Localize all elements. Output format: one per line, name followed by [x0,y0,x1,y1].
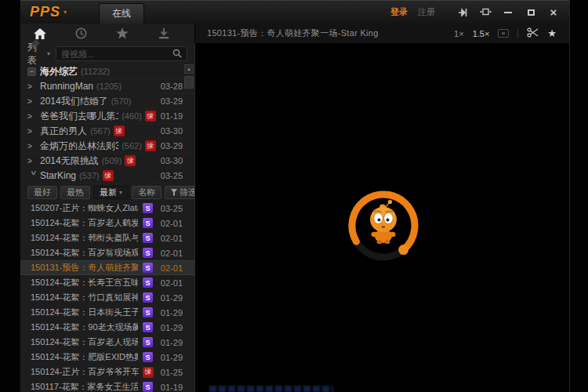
loading-spinner [344,187,423,265]
caret-down-icon: ▾ [119,189,122,196]
list-dropdown[interactable]: 列表 ▾ [27,41,50,67]
video-row-selected[interactable]: 150131-预告：奇人萌娃齐聚一... S 02-01 [20,260,194,275]
fit-screen-icon[interactable] [498,29,509,38]
scroll-up-button[interactable]: ▲ [184,64,194,74]
list-caret-icon: ▾ [47,50,50,57]
collapse-minus-icon[interactable]: − [27,67,36,76]
register-link[interactable]: 注册 [418,6,435,18]
now-playing-title: 150131-预告：奇人萌娃齐聚一场-Star King [207,27,379,39]
category-row[interactable]: > 2014我们结婚了 (570) 03-29 [20,94,194,109]
video-row[interactable]: 150124-花絮：百岁翁现场观相... S 02-01 [20,245,194,260]
zoom-1x-button[interactable]: 1× [454,29,464,38]
exclusive-badge: 缘 [143,367,154,378]
quality-s-badge: S [143,337,153,347]
category-row[interactable]: > 金炳万的丛林法则3 (562) 缘 03-29 [20,139,194,154]
video-row[interactable]: 150117-花絮：家务女王生活妙... S 01-19 [20,379,194,392]
pps-mascot [370,200,397,244]
category-row[interactable]: > RunningMan (1205) 03-28 [20,79,194,94]
favorite-star-icon[interactable]: ★ [547,28,557,38]
video-row[interactable]: 150124-花絮：长寿王宫五味子... S 02-01 [20,275,194,290]
logo-menu-caret-icon[interactable]: ▾ [64,9,67,16]
history-clock-icon[interactable] [74,27,89,40]
exclusive-badge: 缘 [145,140,156,151]
sort-newest-button[interactable]: 最新 ▾ [93,186,129,199]
sort-name-button[interactable]: 名称 [132,186,162,199]
video-row[interactable]: 150124-花絮：百岁老人鹤发童... S 02-01 [20,216,194,230]
sort-best-button[interactable]: 最好 [27,186,57,199]
exclusive-badge: 缘 [125,155,136,166]
sort-hot-button[interactable]: 最热 [60,186,90,199]
scrollbar-thumb[interactable] [184,76,194,89]
quality-s-badge: S [143,322,153,332]
chevron-down-icon: > [29,170,38,181]
chevron-right-icon: > [27,157,38,165]
mini-mode-icon[interactable] [479,6,492,19]
quality-s-badge: S [143,382,153,392]
pps-window: PPS ▾ 在线 登录 注册 × [20,0,570,392]
pin-on-top-icon[interactable] [456,6,469,19]
video-row[interactable]: 150124-花絮：竹口真知展神技... S 01-29 [20,290,194,305]
login-link[interactable]: 登录 [390,6,408,18]
exclusive-badge: 缘 [103,170,114,181]
sidebar-scrollbar[interactable]: ▲ [184,64,194,392]
video-row[interactable]: 150207-正片：蜘蛛女人Zlata软... S 03-25 [20,201,194,216]
quality-s-badge: S [143,263,153,273]
funnel-icon [171,189,177,196]
sidebar: 列表 ▾ − 海外综艺 (11232) [20,43,194,392]
chevron-right-icon: > [27,97,38,106]
category-row[interactable]: − 海外综艺 (11232) [20,64,194,79]
quality-s-badge: S [143,248,153,258]
player-title-bar: 150131-预告：奇人萌娃齐聚一场-Star King 1× 1.5× ★ [194,24,569,43]
video-row[interactable]: 150124-正片：百岁爷爷开车录... 缘 01-25 [20,365,194,379]
toolbar-divider [517,29,518,38]
pps-logo[interactable]: PPS [30,4,60,20]
quality-s-badge: S [143,218,153,228]
category-row[interactable]: > 真正的男人 (567) 缘 03-30 [20,124,194,139]
download-icon[interactable] [157,27,171,40]
chevron-right-icon: > [27,82,38,91]
search-icon[interactable] [172,47,182,61]
video-row[interactable]: 150124-花絮：肥版EXID热舞不... S 01-29 [20,350,194,365]
tab-online[interactable]: 在线 [99,3,144,24]
quality-s-badge: S [143,292,153,303]
home-icon[interactable] [33,27,47,40]
category-row[interactable]: > 2014无限挑战 (509) 缘 03-30 [20,154,194,169]
quality-s-badge: S [143,203,153,213]
cutoff-bottom-text-artifact [209,386,333,392]
chevron-right-icon: > [27,142,38,151]
title-bar: PPS ▾ 在线 登录 注册 × [20,0,569,24]
favorites-star-icon[interactable] [115,27,129,40]
nav-icons [20,24,194,43]
clip-scissors-icon[interactable] [527,27,539,41]
chevron-right-icon: > [27,127,38,136]
video-row[interactable]: 150124-花絮：百岁老人现场舞... S 01-29 [20,335,194,350]
exclusive-badge: 缘 [145,111,156,122]
sort-filter-bar: 最好 最热 最新 ▾ 名称 筛选 [20,183,194,201]
close-button[interactable]: × [547,6,560,19]
video-row[interactable]: 150124-花絮：韩衔头盔队与竹... S 02-01 [20,230,194,245]
category-row[interactable]: > 爸爸我们去哪儿第二季 (460) 缘 01-19 [20,109,194,124]
search-input[interactable] [61,49,172,59]
search-box[interactable] [56,46,187,61]
exclusive-badge: 缘 [114,125,125,136]
minimize-button[interactable] [502,6,514,19]
secondary-bar: 150131-预告：奇人萌娃齐聚一场-Star King 1× 1.5× ★ [20,24,569,43]
quality-s-badge: S [143,278,153,288]
quality-s-badge: S [143,307,153,318]
video-row[interactable]: 150124-花絮：90老太现场飙手... S 01-29 [20,320,194,335]
quality-s-badge: S [143,352,153,362]
category-row-expanded[interactable]: > StarKing (537) 缘 03-25 [20,169,194,183]
maximize-button[interactable] [524,6,537,19]
quality-s-badge: S [143,233,153,243]
video-area[interactable] [194,43,569,392]
zoom-1-5x-button[interactable]: 1.5× [473,29,490,38]
chevron-right-icon: > [27,112,38,121]
video-row[interactable]: 150124-花絮：日本街头王子竹... S 01-29 [20,305,194,320]
